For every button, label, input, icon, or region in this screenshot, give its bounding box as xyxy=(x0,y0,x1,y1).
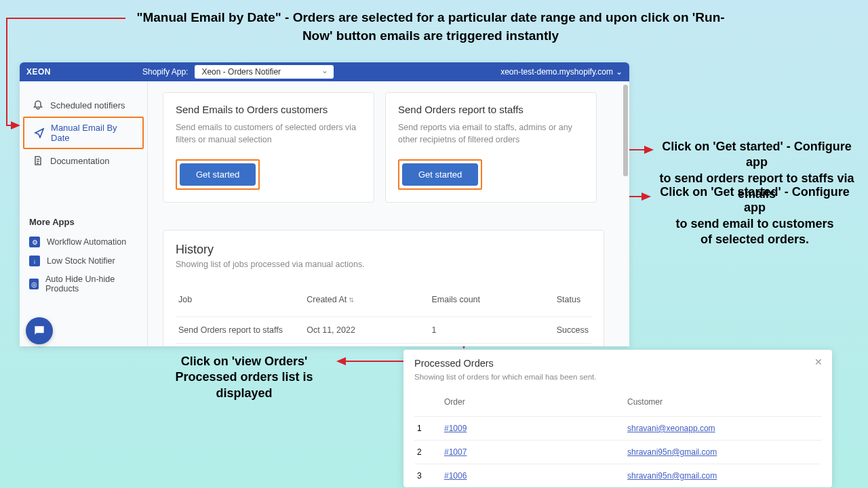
card-desc: Send emails to customers of selected ord… xyxy=(176,122,361,146)
processed-orders-table: Order Customer 1 #1009 shravani@xeonapp.… xyxy=(414,390,821,487)
table-row: Send Orders report to staffs Oct 11, 202… xyxy=(176,317,591,344)
send-icon xyxy=(34,127,44,138)
cell-count: 1 xyxy=(429,317,553,344)
cell-job: Send Orders report to staffs xyxy=(176,317,304,344)
history-panel: History Showing list of jobs processed v… xyxy=(163,230,604,346)
nav-manual-email-by-date[interactable]: Manual Email By Date xyxy=(23,117,144,149)
customer-link[interactable]: shravani95n@gmail.com xyxy=(627,471,717,481)
table-row: Send Emails to Orders customers Oct 11, … xyxy=(176,344,591,347)
document-icon xyxy=(33,155,43,166)
modal-subtitle: Showing list of orders for which email h… xyxy=(414,373,821,381)
nav-label: Scheduled notifiers xyxy=(50,100,125,110)
cell-count: 3 View Orders xyxy=(429,344,553,347)
cell-status: Success xyxy=(554,344,591,347)
table-row: 2 #1007 shravani95n@gmail.com xyxy=(414,441,821,464)
sort-icon: ⇅ xyxy=(349,296,354,304)
main-content: Send Emails to Orders customers Send ema… xyxy=(148,81,629,346)
highlight-box: Get started xyxy=(398,159,482,190)
col-customer: Customer xyxy=(625,390,821,417)
scrollbar[interactable] xyxy=(623,85,628,176)
col-created[interactable]: Created At⇅ xyxy=(304,288,429,317)
customer-link[interactable]: shravani95n@gmail.com xyxy=(627,447,717,457)
chat-icon xyxy=(33,324,46,338)
nav-label: Documentation xyxy=(50,156,109,166)
sidebar: Scheduled notifiers Manual Email By Date… xyxy=(20,81,148,346)
order-link[interactable]: #1009 xyxy=(444,424,467,433)
cell-job: Send Emails to Orders customers xyxy=(176,344,304,347)
card-send-emails-customers: Send Emails to Orders customers Send ema… xyxy=(163,92,374,203)
table-row: 1 #1009 shravani@xeonapp.com xyxy=(414,417,821,441)
nav-label: Manual Email By Date xyxy=(51,123,133,143)
more-low-stock-notifier[interactable]: ↓ Low Stock Notifier xyxy=(20,251,147,270)
chevron-down-icon: ⌄ xyxy=(616,67,623,77)
card-send-report-staffs: Send Orders report to staffs Send report… xyxy=(385,92,597,203)
get-started-staffs-button[interactable]: Get started xyxy=(402,163,478,186)
more-apps-header: More Apps xyxy=(20,217,147,227)
history-subtitle: Showing list of jobs processed via manua… xyxy=(176,260,591,269)
brand-label: XEON xyxy=(26,67,51,77)
modal-title: Processed Orders xyxy=(414,358,821,369)
cell-index: 2 xyxy=(414,441,441,464)
more-auto-hide-products[interactable]: ◎ Auto Hide Un-hide Products xyxy=(20,270,147,298)
chat-widget-button[interactable] xyxy=(26,317,53,344)
shopify-app-label: Shopify App: xyxy=(142,67,188,77)
col-count: Emails count xyxy=(429,288,553,317)
history-title: History xyxy=(176,243,591,257)
customer-link[interactable]: shravani@xeonapp.com xyxy=(627,424,715,433)
app-select-dropdown[interactable]: Xeon - Orders Notifier xyxy=(195,65,334,79)
annotation-left-line2: Processed orders list is displayed xyxy=(156,369,332,401)
cell-index: 1 xyxy=(414,417,441,441)
col-order: Order xyxy=(441,390,625,417)
annotation-left-line1: Click on 'view Orders' xyxy=(156,354,332,369)
low-stock-icon: ↓ xyxy=(29,256,40,266)
more-item-label: Low Stock Notifier xyxy=(47,256,115,266)
cell-created: Oct 11, 2022 xyxy=(304,317,429,344)
col-status: Status xyxy=(554,288,591,317)
highlight-box: Get started xyxy=(176,159,260,190)
annotation-right2-line3: of selected orders. xyxy=(656,232,853,247)
nav-scheduled-notifiers[interactable]: Scheduled notifiers xyxy=(23,95,144,115)
auto-hide-icon: ◎ xyxy=(29,279,39,289)
shop-domain-text: xeon-test-demo.myshopify.com xyxy=(500,67,613,77)
app-window: XEON Shopify App: Xeon - Orders Notifier… xyxy=(20,62,629,346)
card-title: Send Emails to Orders customers xyxy=(176,104,361,115)
order-link[interactable]: #1006 xyxy=(444,471,467,481)
annotation-top: "Manual Email by Date" - Orders are sele… xyxy=(129,9,732,45)
col-job: Job xyxy=(176,288,304,317)
card-desc: Send reports via email to staffs, admins… xyxy=(398,122,584,146)
bell-icon xyxy=(33,100,43,110)
order-link[interactable]: #1007 xyxy=(444,447,467,457)
table-row: 3 #1006 shravani95n@gmail.com xyxy=(414,464,821,488)
close-icon[interactable]: ✕ xyxy=(814,357,823,367)
annotation-right1-line1: Click on 'Get started' - Configure app xyxy=(650,139,864,171)
processed-orders-modal: ✕ Processed Orders Showing list of order… xyxy=(403,350,832,487)
annotation-right2-line1: Click on 'Get started' - Configure app xyxy=(656,184,853,216)
cell-created: Oct 11, 2022 xyxy=(304,344,429,347)
topbar: XEON Shopify App: Xeon - Orders Notifier… xyxy=(20,62,629,81)
history-table: Job Created At⇅ Emails count Status Send… xyxy=(176,288,591,346)
more-item-label: Auto Hide Un-hide Products xyxy=(45,274,138,293)
card-title: Send Orders report to staffs xyxy=(398,104,584,115)
cell-index: 3 xyxy=(414,464,441,488)
col-index xyxy=(414,390,441,417)
more-workflow-automation[interactable]: ⚙ Workflow Automation xyxy=(20,232,147,251)
nav-documentation[interactable]: Documentation xyxy=(23,150,144,171)
get-started-customers-button[interactable]: Get started xyxy=(180,163,256,186)
shop-domain-dropdown[interactable]: xeon-test-demo.myshopify.com ⌄ xyxy=(500,67,623,77)
annotation-right2-line2: to send email to customers xyxy=(656,216,853,232)
more-item-label: Workflow Automation xyxy=(47,237,126,247)
workflow-icon: ⚙ xyxy=(29,237,40,247)
cell-status: Success xyxy=(554,317,591,344)
